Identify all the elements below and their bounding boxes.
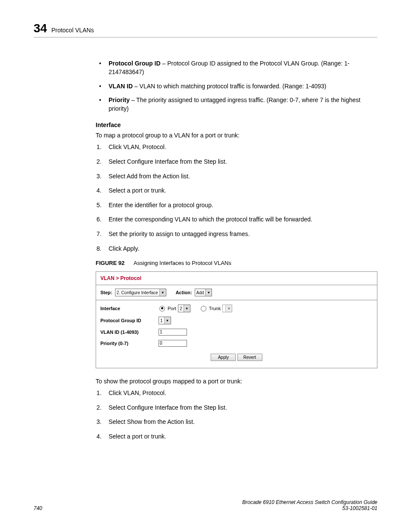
interface-steps: Click VLAN, Protocol. Select Configure I…: [96, 143, 377, 253]
definition-term: VLAN ID: [109, 83, 133, 90]
chapter-number: 34: [34, 22, 47, 35]
pgid-select-value: 1: [160, 318, 163, 323]
interface-intro: To map a protocol group to a VLAN for a …: [96, 132, 377, 139]
definition-item: Priority – The priority assigned to unta…: [96, 96, 377, 113]
trunk-label: Trunk: [209, 306, 221, 311]
figure-title: Assigning Interfaces to Protocol VLANs: [134, 260, 231, 266]
dropdown-arrow-icon: ▼: [205, 289, 212, 296]
port-select-value: 2: [180, 306, 182, 311]
definition-term: Protocol Group ID: [109, 60, 161, 67]
figure-caption: FIGURE 92 Assigning Interfaces to Protoc…: [96, 260, 377, 266]
definition-term: Priority: [109, 96, 130, 103]
priority-input[interactable]: 0: [159, 340, 187, 347]
step-label: Step:: [100, 290, 112, 295]
definition-desc: – VLAN to which matching protocol traffi…: [133, 83, 327, 90]
step-item: Enter the identifier for a protocol grou…: [96, 201, 377, 210]
button-row: Apply Revert: [100, 351, 373, 365]
port-radio[interactable]: [159, 306, 165, 311]
dropdown-arrow-icon: ▼: [164, 317, 171, 324]
dropdown-arrow-icon: ▼: [159, 289, 166, 296]
step-select[interactable]: 2. Configure Interface ▼: [115, 289, 166, 296]
pgid-label: Protocol Group ID: [100, 318, 159, 323]
page-number: 740: [34, 505, 42, 511]
guide-title: Brocade 6910 Ethernet Access Switch Conf…: [242, 499, 377, 505]
figure-label: FIGURE 92: [96, 260, 125, 266]
panel-breadcrumb: VLAN > Protocol: [96, 272, 377, 285]
definition-item: VLAN ID – VLAN to which matching protoco…: [96, 82, 377, 90]
dropdown-arrow-icon: ▼: [225, 305, 232, 312]
dropdown-arrow-icon: ▼: [184, 305, 190, 312]
action-label: Action:: [176, 290, 192, 295]
interface-row: Interface Port 2 ▼ Trunk ▼: [100, 305, 373, 312]
show-steps: Click VLAN, Protocol. Select Configure I…: [96, 389, 377, 441]
doc-number: 53-1002581-01: [342, 505, 377, 511]
page-footer: 740 Brocade 6910 Ethernet Access Switch …: [34, 499, 377, 511]
priority-label: Priority (0-7): [100, 341, 159, 346]
interface-label: Interface: [100, 306, 159, 311]
panel-body: Interface Port 2 ▼ Trunk ▼: [96, 300, 377, 368]
action-select[interactable]: Add ▼: [195, 289, 212, 296]
step-item: Select Add from the Action list.: [96, 172, 377, 181]
trunk-select[interactable]: ▼: [222, 305, 232, 312]
step-item: Select a port or trunk.: [96, 187, 377, 195]
definition-desc: – The priority assigned to untagged ingr…: [109, 96, 361, 112]
vlan-row: VLAN ID (1-4093) 1: [100, 329, 373, 336]
apply-button[interactable]: Apply: [211, 354, 236, 361]
step-item: Select Configure Interface from the Step…: [96, 404, 377, 412]
definition-list: Protocol Group ID – Protocol Group ID as…: [96, 59, 377, 113]
trunk-radio[interactable]: [201, 306, 206, 311]
footer-right: Brocade 6910 Ethernet Access Switch Conf…: [242, 499, 377, 511]
pgid-row: Protocol Group ID 1 ▼: [100, 317, 373, 324]
page-header: 34 Protocol VLANs: [34, 22, 377, 37]
step-item: Set the priority to assign to untagged i…: [96, 230, 377, 239]
vlan-input[interactable]: 1: [159, 329, 187, 336]
panel-toolbar: Step: 2. Configure Interface ▼ Action: A…: [96, 285, 377, 300]
action-select-value: Add: [196, 290, 204, 295]
step-select-value: 2. Configure Interface: [117, 290, 158, 295]
step-item: Enter the corresponding VLAN to which th…: [96, 215, 377, 224]
priority-row: Priority (0-7) 0: [100, 340, 373, 347]
config-panel: VLAN > Protocol Step: 2. Configure Inter…: [96, 271, 377, 368]
header-title: Protocol VLANs: [51, 27, 94, 34]
revert-button[interactable]: Revert: [237, 354, 262, 361]
step-item: Click Apply.: [96, 245, 377, 253]
port-label: Port: [168, 306, 176, 311]
step-item: Select Show from the Action list.: [96, 418, 377, 426]
step-item: Click VLAN, Protocol.: [96, 143, 377, 152]
show-intro: To show the protocol groups mapped to a …: [96, 378, 377, 385]
step-item: Click VLAN, Protocol.: [96, 389, 377, 398]
vlan-label: VLAN ID (1-4093): [100, 330, 159, 335]
port-select[interactable]: 2 ▼: [178, 305, 190, 312]
step-item: Select a port or trunk.: [96, 432, 377, 441]
interface-heading: Interface: [96, 121, 377, 128]
pgid-select[interactable]: 1 ▼: [159, 317, 171, 324]
step-item: Select Configure Interface from the Step…: [96, 158, 377, 166]
definition-item: Protocol Group ID – Protocol Group ID as…: [96, 59, 377, 77]
